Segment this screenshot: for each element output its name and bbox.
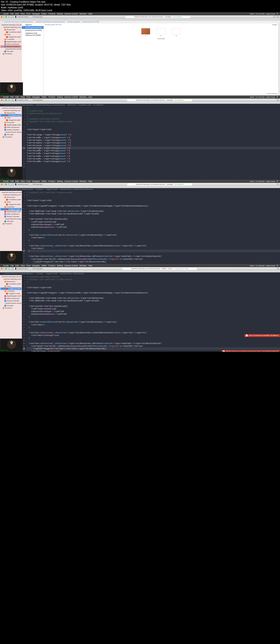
code-line[interactable]: //: [27, 115, 280, 117]
code-line[interactable]: [27, 196, 280, 199]
nav-item[interactable]: FoodItems.swift: [0, 114, 21, 116]
nav-item[interactable]: Assets.xcassets: [0, 300, 21, 302]
nav-item[interactable]: machine-learning-core-awesomeness: [0, 191, 21, 194]
jump-bar[interactable]: < > machine-learning-core-awesomeness 〉 …: [0, 272, 280, 275]
nav-item[interactable]: View: [0, 116, 21, 119]
code-line[interactable]: [27, 131, 280, 133]
asset-list[interactable]: AppIconpexels-photo-457702pexels-photo-6…: [22, 23, 44, 96]
stop-button[interactable]: [11, 99, 14, 101]
nav-item[interactable]: Info.plist: [0, 50, 21, 52]
nav-item[interactable]: Info.plist: [0, 304, 21, 307]
nav-item[interactable]: Products: [0, 52, 21, 55]
nav-item[interactable]: machine-learning-core-awesomeness: [0, 194, 21, 196]
nav-item[interactable]: Main.storyboard: [0, 126, 21, 128]
nav-item[interactable]: View: [0, 285, 21, 288]
nav-item[interactable]: Resources: [0, 280, 21, 283]
code-line[interactable]: "c-typedef">ImageCell "c-kw">else { "c-k…: [27, 347, 280, 350]
nav-item[interactable]: Controller: [0, 38, 21, 40]
error-banner-2[interactable]: !Missing return in a function expected t…: [221, 350, 280, 352]
nav-item[interactable]: FoodItems.swift: [0, 31, 21, 33]
nav-item[interactable]: Assets.xcassets: [0, 45, 21, 48]
nav-item[interactable]: Resources: [0, 112, 21, 114]
stop-button[interactable]: [11, 16, 14, 18]
code-line[interactable]: // Copyright © 2017 Caleb Stultz. All ri…: [27, 278, 280, 281]
code-line[interactable]: [27, 302, 280, 304]
code-line[interactable]: "c-self">super.viewDidLoad(): [27, 220, 280, 223]
code-line[interactable]: "c-kw">import "c-type">UIKit: [27, 128, 280, 131]
nav-item[interactable]: ImageCell.swift: [0, 36, 21, 38]
code-line[interactable]: "c-kw">let waffle = "c-type">UIImage(nam…: [27, 158, 280, 160]
code-line[interactable]: [27, 329, 280, 331]
code-line[interactable]: "c-kw">return |: [27, 247, 280, 250]
nav-item[interactable]: ImageCell.swift: [0, 119, 21, 121]
nav-item[interactable]: AppDelegate.swift: [0, 40, 21, 43]
code-line[interactable]: "c-kw">let bridge = "c-type">UIImage(nam…: [27, 147, 280, 149]
scheme-selector[interactable]: 📱 machine-learn... 〉 Demogorgon: [15, 16, 43, 18]
show-slicing-button[interactable]: Show Slicing: [267, 93, 277, 94]
run-button[interactable]: [8, 99, 10, 101]
menu-window[interactable]: Window: [79, 13, 86, 15]
code-line[interactable]: "c-kw">@IBOutlet "c-kw">weak "c-kw">var …: [27, 212, 280, 215]
nav-item[interactable]: ImageVC.swift: [0, 292, 21, 295]
code-line[interactable]: "c-kw">override "c-kw">func viewDidLoad(…: [27, 218, 280, 220]
code-line[interactable]: //: [27, 194, 280, 196]
code-editor[interactable]: 5678910111213141516171819202122232425262…: [22, 275, 280, 352]
code-line[interactable]: collectionView.delegate = "c-self">self: [27, 310, 280, 313]
nav-item[interactable]: Products: [0, 307, 21, 309]
code-line[interactable]: "c-kw">let waffle = "c-type">UIImage(nam…: [27, 160, 280, 163]
code-line[interactable]: "c-kw">guard "c-kw">let cell = collectio…: [27, 345, 280, 347]
code-line[interactable]: // Copyright © 2017 Caleb Stultz. All ri…: [27, 120, 280, 123]
nav-item[interactable]: FoodItems.swift: [0, 198, 21, 201]
code-line[interactable]: "c-kw">func collectionView(_ collectionV…: [27, 255, 280, 258]
nav-item[interactable]: ImageCell.swift: [0, 288, 21, 290]
code-line[interactable]: "c-kw">override "c-kw">func viewDidLoad(…: [27, 305, 280, 308]
code-line[interactable]: "c-kw">import "c-type">UIKit: [27, 286, 280, 289]
code-line[interactable]: "c-kw">@IBOutlet "c-kw">weak "c-kw">var …: [27, 297, 280, 299]
nav-item[interactable]: LaunchScreen.storyboard: [0, 48, 21, 50]
nav-item[interactable]: Controller: [0, 290, 21, 292]
code-line[interactable]: }: [27, 326, 280, 329]
code-line[interactable]: "c-kw">import "c-type">UIKit: [27, 199, 280, 202]
asset-slot-2x[interactable]: 2x: [157, 28, 165, 36]
code-line[interactable]: }: [27, 239, 280, 242]
code-line[interactable]: [27, 318, 280, 320]
nav-item[interactable]: LaunchScreen.storyboard: [0, 302, 21, 304]
asset-list-item[interactable]: pexels-photo-677560: [22, 29, 43, 32]
code-line[interactable]: "c-kw">func collectionView(_ collectionV…: [27, 342, 280, 345]
code-line[interactable]: }: [27, 228, 280, 231]
nav-item[interactable]: View: [0, 201, 21, 203]
code-line[interactable]: collectionView.dataSource = "c-self">sel…: [27, 313, 280, 315]
nav-item[interactable]: ImageVC.swift: [0, 208, 21, 210]
code-line[interactable]: "c-kw">let skyline = "c-type">UIImage(na…: [27, 139, 280, 142]
code-line[interactable]: //: [27, 281, 280, 283]
code-line[interactable]: "c-kw">@IBOutlet "c-kw">weak "c-kw">var …: [27, 299, 280, 302]
nav-item[interactable]: Controller: [0, 121, 21, 124]
nav-item[interactable]: LaunchScreen.storyboard: [0, 218, 21, 220]
code-line[interactable]: [27, 163, 280, 165]
code-line[interactable]: "c-kw">class "c-typedef">ImageVC: "c-typ…: [27, 292, 280, 294]
code-line[interactable]: [27, 252, 280, 255]
nav-item[interactable]: Main.storyboard: [0, 43, 21, 45]
code-line[interactable]: "c-kw">let waffle = "c-type">UIImage(nam…: [27, 152, 280, 154]
nav-item[interactable]: ImageCell.swift: [0, 203, 21, 206]
code-line[interactable]: }: [27, 336, 280, 339]
code-line[interactable]: [27, 294, 280, 297]
code-line[interactable]: //: [27, 123, 280, 126]
code-line[interactable]: "c-kw">return foodImages.count: [27, 334, 280, 336]
code-line[interactable]: [27, 283, 280, 286]
code-editor[interactable]: 1234567891011121314151617181920212223 //…: [22, 106, 280, 180]
menu-find[interactable]: Find: [26, 13, 30, 15]
menu-product[interactable]: Product: [48, 13, 55, 15]
code-line[interactable]: "c-kw">return 1: [27, 236, 280, 239]
nav-item[interactable]: FoodItems.swift: [0, 283, 21, 285]
nav-item[interactable]: Products: [0, 222, 21, 225]
menu-edit[interactable]: Edit: [15, 13, 19, 15]
nav-item[interactable]: AppDelegate.swift: [0, 124, 21, 126]
code-line[interactable]: collectionView.dataSource = "c-self">sel…: [27, 226, 280, 228]
code-line[interactable]: [27, 207, 280, 210]
asset-list-item[interactable]: strawberry-fruit-delicious-red-59945: [22, 32, 43, 36]
jump-bar[interactable]: < > machine-learning-core-awesomeness 〉 …: [0, 20, 280, 23]
nav-item[interactable]: Info.plist: [0, 220, 21, 222]
spotlight-icon[interactable]: 🔍: [277, 13, 279, 15]
nav-item[interactable]: machine-learning-core-awesomeness: [0, 107, 21, 109]
